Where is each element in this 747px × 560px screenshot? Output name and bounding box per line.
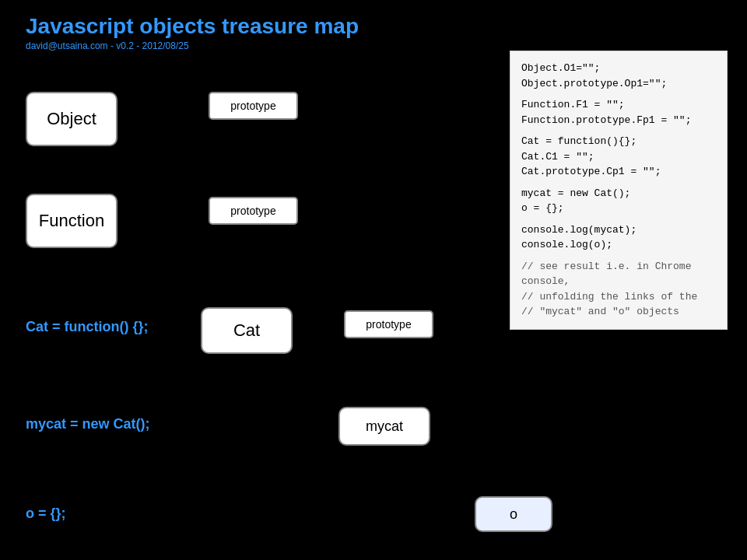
- function-box: Function: [26, 194, 117, 248]
- function-label: Function: [39, 211, 104, 231]
- o-declaration-label: o = {};: [26, 506, 66, 522]
- page-title: Javascript objects treasure map: [26, 14, 359, 39]
- o-label: o: [510, 506, 517, 523]
- prototype-object-label: prototype: [230, 100, 275, 112]
- code-panel: Object.O1="";Object.prototype.Op1="";Fun…: [510, 51, 728, 330]
- mycat-label: mycat: [366, 418, 403, 435]
- cat-declaration-label: Cat = function() {};: [26, 319, 149, 335]
- prototype-cat-box: prototype: [344, 310, 433, 338]
- prototype-cat-label: prototype: [366, 318, 411, 331]
- page-subtitle: david@utsaina.com - v0.2 - 2012/08/25: [26, 40, 189, 51]
- prototype-function-label: prototype: [230, 205, 275, 217]
- object-box: Object: [26, 92, 117, 146]
- cat-box: Cat: [201, 307, 293, 354]
- prototype-object-box: prototype: [209, 92, 298, 120]
- cat-label: Cat: [233, 320, 260, 341]
- object-label: Object: [47, 109, 96, 129]
- mycat-declaration-label: mycat = new Cat();: [26, 416, 150, 432]
- mycat-box: mycat: [338, 407, 430, 446]
- o-box: o: [475, 496, 552, 532]
- prototype-function-box: prototype: [209, 197, 298, 225]
